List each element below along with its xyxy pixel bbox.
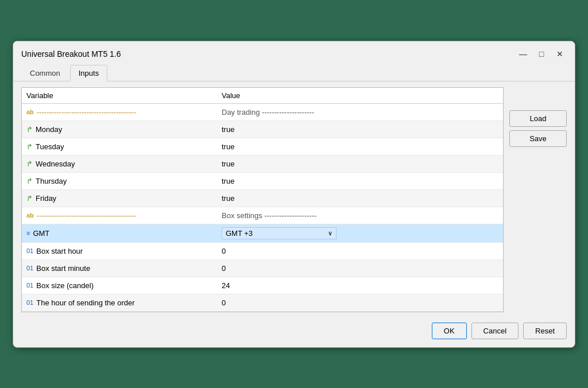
column-value: Value	[222, 91, 498, 100]
row-value: Box settings ---------------------	[222, 211, 498, 220]
row-variable: ↱ Thursday	[26, 177, 222, 185]
variables-table: Variable Value ab ----------------------…	[21, 87, 504, 312]
row-variable: 01 Box start hour	[26, 247, 222, 255]
arrow-icon: ↱	[26, 194, 33, 203]
save-button[interactable]: Save	[509, 130, 567, 147]
int-icon: 01	[26, 299, 33, 306]
tab-inputs[interactable]: Inputs	[70, 65, 107, 82]
row-value: 24	[222, 281, 498, 290]
arrow-icon: ↱	[26, 142, 33, 151]
table-row[interactable]: 01 Box size (candel) 24	[22, 277, 503, 294]
row-variable: ↱ Monday	[26, 125, 222, 134]
window-title: Universal Breakout MT5 1.6	[21, 49, 121, 59]
row-value-gmt: GMT +3 ∨	[222, 227, 498, 239]
row-variable: ab -------------------------------------…	[26, 108, 222, 117]
main-dialog: Universal Breakout MT5 1.6 — □ ✕ Common …	[13, 41, 575, 348]
row-variable: 01 Box start minute	[26, 264, 222, 273]
close-button[interactable]: ✕	[553, 47, 567, 61]
side-buttons: Load Save	[509, 87, 567, 312]
table-row[interactable]: ↱ Tuesday true	[22, 138, 503, 156]
row-value: true	[222, 194, 498, 203]
table-row[interactable]: 01 Box start hour 0	[22, 243, 503, 260]
close-icon: ✕	[556, 49, 563, 59]
title-bar: Universal Breakout MT5 1.6 — □ ✕	[13, 41, 575, 64]
row-variable: ↱ Friday	[26, 194, 222, 203]
row-variable: ↱ Tuesday	[26, 142, 222, 151]
maximize-icon: □	[539, 49, 544, 59]
title-bar-buttons: — □ ✕	[516, 47, 567, 61]
int-icon: 01	[26, 282, 33, 289]
chevron-down-icon: ∨	[328, 230, 332, 237]
ab-icon: ab	[26, 212, 34, 219]
arrow-icon: ↱	[26, 160, 33, 168]
table-row[interactable]: ↱ Friday true	[22, 190, 503, 207]
table-row[interactable]: ab -------------------------------------…	[22, 104, 503, 121]
row-variable: ≡ GMT	[26, 229, 222, 238]
load-button[interactable]: Load	[509, 110, 567, 127]
enum-icon: ≡	[26, 230, 30, 236]
minimize-icon: —	[519, 49, 527, 59]
gmt-dropdown[interactable]: GMT +3 ∨	[222, 227, 336, 239]
table-row[interactable]: ab -------------------------------------…	[22, 207, 503, 224]
int-icon: 01	[26, 265, 33, 271]
row-variable: 01 The hour of sending the order	[26, 298, 222, 307]
ab-icon: ab	[26, 108, 34, 115]
table-row[interactable]: ↱ Thursday true	[22, 173, 503, 190]
minimize-button[interactable]: —	[516, 47, 530, 61]
row-value: 0	[222, 298, 498, 307]
table-row[interactable]: 01 Box start minute 0	[22, 260, 503, 277]
row-value: true	[222, 177, 498, 185]
cancel-button[interactable]: Cancel	[471, 323, 519, 339]
table-row[interactable]: 01 The hour of sending the order 0	[22, 294, 503, 312]
reset-button[interactable]: Reset	[523, 323, 567, 339]
table-rows: ab -------------------------------------…	[22, 104, 503, 312]
row-variable: 01 Box size (candel)	[26, 281, 222, 290]
table-row[interactable]: ↱ Monday true	[22, 121, 503, 138]
row-value: true	[222, 160, 498, 168]
row-value: true	[222, 142, 498, 151]
table-row[interactable]: ↱ Wednesday true	[22, 156, 503, 173]
gmt-value: GMT +3	[226, 229, 253, 238]
dialog-footer: OK Cancel Reset	[13, 318, 575, 347]
table-row-gmt[interactable]: ≡ GMT GMT +3 ∨	[22, 224, 503, 243]
row-variable: ab -------------------------------------…	[26, 211, 222, 220]
row-value: true	[222, 125, 498, 134]
arrow-icon: ↱	[26, 177, 33, 185]
arrow-icon: ↱	[26, 125, 33, 134]
int-icon: 01	[26, 247, 33, 254]
row-value: 0	[222, 264, 498, 273]
table-header: Variable Value	[22, 88, 503, 104]
row-value: Day trading ---------------------	[222, 108, 498, 117]
row-value: 0	[222, 247, 498, 255]
tabs-bar: Common Inputs	[13, 64, 575, 82]
column-variable: Variable	[26, 91, 222, 100]
ok-button[interactable]: OK	[432, 323, 467, 339]
row-variable: ↱ Wednesday	[26, 160, 222, 168]
maximize-button[interactable]: □	[535, 47, 548, 61]
dialog-body: Variable Value ab ----------------------…	[13, 82, 575, 318]
tab-common[interactable]: Common	[21, 65, 69, 82]
